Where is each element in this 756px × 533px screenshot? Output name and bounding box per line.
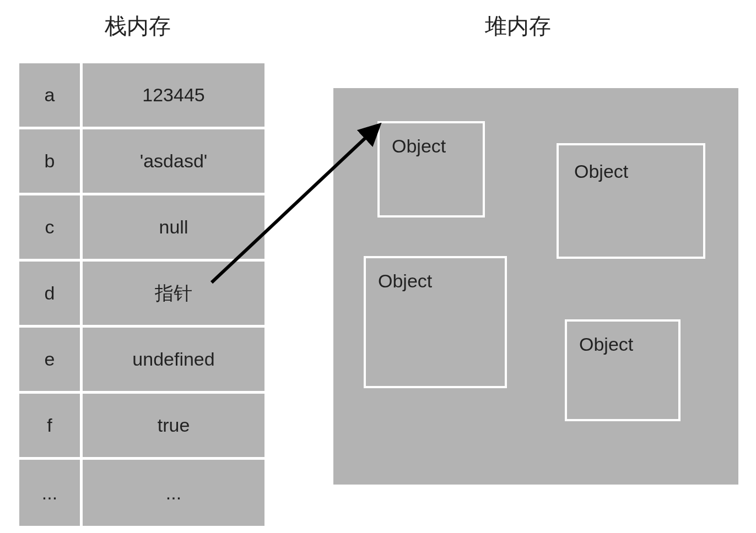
heap-header: 堆内存: [485, 11, 551, 41]
stack-key: b: [19, 129, 83, 193]
stack-value: 指针: [83, 262, 264, 325]
stack-value: null: [83, 195, 264, 259]
memory-diagram: 栈内存 堆内存 a 123445 b 'asdasd' c null d 指针 …: [0, 0, 756, 533]
stack-key: d: [19, 262, 83, 325]
stack-value: 'asdasd': [83, 129, 264, 193]
stack-row: d 指针: [19, 262, 264, 328]
heap-object: Object: [557, 143, 705, 259]
stack-key: e: [19, 328, 83, 391]
stack-key: f: [19, 394, 83, 457]
stack-value: ...: [83, 460, 264, 526]
stack-row: ... ...: [19, 460, 264, 526]
stack-key: ...: [19, 460, 83, 526]
stack-memory-table: a 123445 b 'asdasd' c null d 指针 e undefi…: [19, 63, 264, 526]
stack-header: 栈内存: [105, 11, 171, 41]
stack-row: f true: [19, 394, 264, 460]
stack-value: true: [83, 394, 264, 457]
stack-row: e undefined: [19, 328, 264, 394]
stack-row: a 123445: [19, 63, 264, 129]
stack-row: c null: [19, 195, 264, 262]
stack-row: b 'asdasd': [19, 129, 264, 195]
heap-object: Object: [364, 256, 507, 388]
stack-key: c: [19, 195, 83, 259]
stack-value: undefined: [83, 328, 264, 391]
stack-value: 123445: [83, 63, 264, 127]
heap-object: Object: [377, 121, 485, 217]
heap-object: Object: [565, 319, 681, 421]
stack-key: a: [19, 63, 83, 127]
heap-memory-area: Object Object Object Object: [333, 88, 738, 485]
